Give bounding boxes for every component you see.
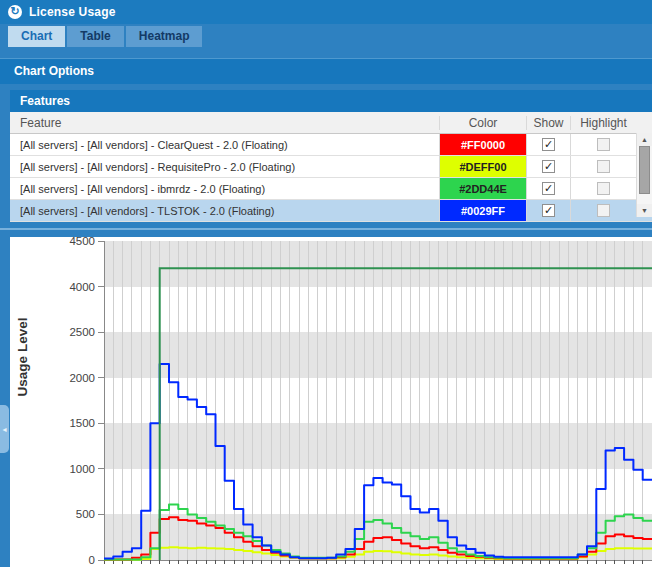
color-swatch[interactable]: #0029FF xyxy=(440,200,526,221)
show-checkbox[interactable]: ✓ xyxy=(542,204,555,217)
tab-bar: ChartTableHeatmap xyxy=(0,26,652,47)
refresh-icon: ↻ xyxy=(8,5,22,19)
svg-text:4000: 4000 xyxy=(69,281,95,293)
window-titlebar: ↻ License Usage xyxy=(0,0,652,24)
highlight-checkbox[interactable] xyxy=(597,138,610,151)
highlight-checkbox[interactable] xyxy=(597,204,610,217)
highlight-checkbox[interactable] xyxy=(597,160,610,173)
collapse-left-icon: ◂ xyxy=(2,425,6,434)
window-title: License Usage xyxy=(29,5,116,19)
svg-text:1500: 1500 xyxy=(69,417,95,429)
color-cell: #DEFF00 xyxy=(439,156,526,177)
color-swatch[interactable]: #2DD44E xyxy=(440,178,526,199)
tab-table[interactable]: Table xyxy=(67,26,123,47)
scroll-up-button[interactable]: ▲ xyxy=(637,133,652,146)
scrollbar-thumb[interactable] xyxy=(639,146,650,194)
table-row[interactable]: [All servers] - [All vendors] - ibmrdz -… xyxy=(10,178,652,200)
svg-text:Usage Level: Usage Level xyxy=(15,318,30,397)
svg-text:2500: 2500 xyxy=(69,326,95,338)
feature-name: [All servers] - [All vendors] - ibmrdz -… xyxy=(10,178,439,199)
feature-name: [All servers] - [All vendors] - Requisit… xyxy=(10,156,439,177)
feature-name: [All servers] - [All vendors] - TLSTOK -… xyxy=(10,200,439,221)
show-cell: ✓ xyxy=(526,200,570,221)
show-checkbox[interactable]: ✓ xyxy=(542,182,555,195)
highlight-cell xyxy=(570,200,636,221)
show-cell: ✓ xyxy=(526,134,570,155)
highlight-cell xyxy=(570,134,636,155)
features-table-scrollbar[interactable]: ▲ ▼ xyxy=(636,133,652,217)
show-cell: ✓ xyxy=(526,156,570,177)
column-header-show[interactable]: Show xyxy=(526,116,570,130)
features-panel: Features Feature Color Show Highlight [A… xyxy=(10,90,652,222)
table-row[interactable]: [All servers] - [All vendors] - Requisit… xyxy=(10,156,652,178)
tab-chart[interactable]: Chart xyxy=(8,26,65,47)
sidebar-collapse-handle[interactable]: ◂ xyxy=(0,405,9,453)
features-panel-title: Features xyxy=(10,90,652,112)
svg-text:500: 500 xyxy=(76,508,95,520)
show-cell: ✓ xyxy=(526,178,570,199)
column-header-color[interactable]: Color xyxy=(439,116,526,130)
color-cell: #2DD44E xyxy=(439,178,526,199)
table-row[interactable]: [All servers] - [All vendors] - ClearQue… xyxy=(10,134,652,156)
svg-text:1000: 1000 xyxy=(69,463,95,475)
highlight-checkbox[interactable] xyxy=(597,182,610,195)
color-cell: #0029FF xyxy=(439,200,526,221)
column-header-highlight[interactable]: Highlight xyxy=(570,116,636,130)
tab-heatmap[interactable]: Heatmap xyxy=(126,26,203,47)
feature-name: [All servers] - [All vendors] - ClearQue… xyxy=(10,134,439,155)
svg-text:0: 0 xyxy=(89,554,95,566)
svg-text:2000: 2000 xyxy=(69,372,95,384)
usage-chart[interactable]: 0500100015002000250040004500Usage Level xyxy=(10,237,652,567)
highlight-cell xyxy=(570,178,636,199)
table-row[interactable]: [All servers] - [All vendors] - TLSTOK -… xyxy=(10,200,652,222)
show-checkbox[interactable]: ✓ xyxy=(542,160,555,173)
color-cell: #FF0000 xyxy=(439,134,526,155)
scroll-down-button[interactable]: ▼ xyxy=(637,204,652,217)
show-checkbox[interactable]: ✓ xyxy=(542,138,555,151)
color-swatch[interactable]: #DEFF00 xyxy=(440,156,526,177)
chart-options-header[interactable]: Chart Options xyxy=(0,58,652,84)
svg-text:4500: 4500 xyxy=(69,237,95,247)
panel-separator xyxy=(0,222,652,237)
usage-chart-panel: 0500100015002000250040004500Usage Level xyxy=(10,237,652,567)
features-table-header: Feature Color Show Highlight xyxy=(10,112,652,134)
color-swatch[interactable]: #FF0000 xyxy=(440,134,526,155)
features-table-body: [All servers] - [All vendors] - ClearQue… xyxy=(10,134,652,222)
column-header-feature[interactable]: Feature xyxy=(10,116,439,130)
highlight-cell xyxy=(570,156,636,177)
separator-line xyxy=(0,228,652,230)
